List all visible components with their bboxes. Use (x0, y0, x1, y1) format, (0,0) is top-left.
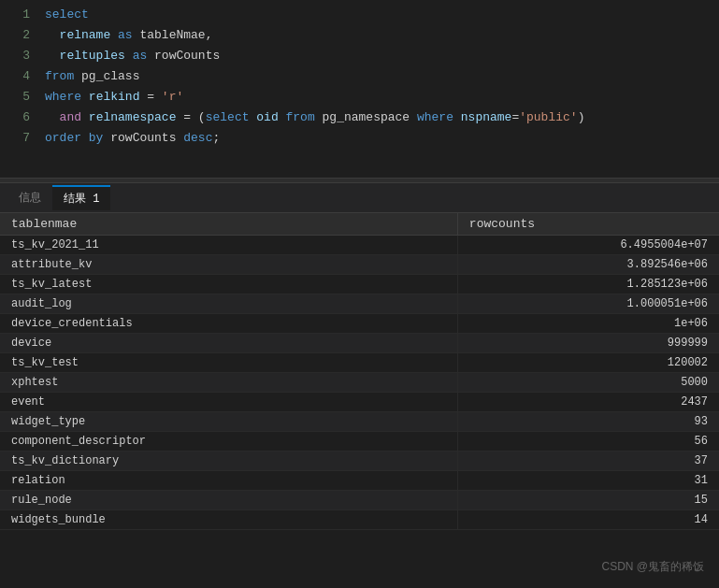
code-token: = ( (176, 110, 205, 124)
table-cell-name: ts_kv_latest (0, 275, 457, 294)
tabs-bar: 信息 结果 1 (0, 183, 719, 213)
table-cell-name: widget_type (0, 412, 457, 432)
code-token: 'r' (162, 90, 183, 104)
table-cell-count: 31 (457, 471, 719, 491)
code-token (147, 49, 154, 63)
code-token: select (206, 110, 250, 124)
table-cell-count: 14 (457, 510, 719, 530)
line-content: and relnamespace = (select oid from pg_n… (45, 110, 584, 124)
table-row[interactable]: device999999 (0, 334, 719, 353)
code-token: from (45, 69, 74, 83)
code-token (315, 110, 323, 124)
table-row[interactable]: ts_kv_latest1.285123e+06 (0, 275, 719, 294)
code-line: 6 and relnamespace = (select oid from pg… (0, 110, 719, 131)
table-cell-name: relation (0, 471, 457, 491)
col-header-rowcounts: rowcounts (457, 213, 719, 236)
line-number: 6 (7, 110, 30, 124)
code-token: relkind (89, 90, 140, 104)
line-number: 5 (7, 90, 30, 104)
code-token: tableNmae, (139, 28, 212, 42)
code-token (279, 110, 286, 124)
code-token (45, 49, 60, 63)
code-line: 2 relname as tableNmae, (0, 28, 719, 49)
table-cell-count: 2437 (457, 393, 719, 412)
table-cell-count: 6.4955004e+07 (457, 236, 719, 255)
line-content: where relkind = 'r' (45, 90, 183, 104)
table-cell-count: 1.000051e+06 (457, 294, 719, 314)
code-token: pg_namespace (323, 110, 417, 124)
table-row[interactable]: rule_node15 (0, 491, 719, 510)
code-token: ) (578, 110, 585, 124)
code-editor[interactable]: 1select2 relname as tableNmae,3 reltuple… (0, 0, 719, 178)
table-cell-name: widgets_bundle (0, 510, 457, 530)
table-cell-count: 37 (457, 452, 719, 471)
table-cell-count: 15 (457, 491, 719, 510)
code-token: nspname (461, 110, 512, 124)
code-token: rowCounts (154, 49, 220, 63)
table-cell-name: attribute_kv (0, 255, 457, 275)
table-cell-count: 999999 (457, 334, 719, 353)
table-cell-count: 3.892546e+06 (457, 255, 719, 275)
code-token (125, 49, 133, 63)
code-token: relname (60, 28, 111, 42)
code-token: 'public' (519, 110, 577, 124)
code-line: 1select (0, 7, 719, 28)
code-line: 4from pg_class (0, 69, 719, 90)
code-token: as (133, 49, 148, 63)
table-row[interactable]: ts_kv_dictionary37 (0, 452, 719, 471)
col-header-tablename: tablenmae (0, 213, 457, 236)
line-number: 4 (7, 69, 30, 83)
code-token: and (60, 110, 81, 124)
line-content: from pg_class (45, 69, 139, 83)
line-content: order by rowCounts desc; (45, 131, 220, 145)
table-cell-name: component_descriptor (0, 432, 457, 452)
line-content: relname as tableNmae, (45, 28, 212, 42)
code-token: where (417, 110, 453, 124)
code-line: 7order by rowCounts desc; (0, 131, 719, 151)
table-row[interactable]: xphtest5000 (0, 373, 719, 393)
line-number: 3 (7, 49, 30, 63)
code-token: reltuples (60, 49, 125, 63)
code-token: relnamespace (89, 110, 177, 124)
table-cell-name: ts_kv_2021_11 (0, 236, 457, 255)
table-cell-count: 5000 (457, 373, 719, 393)
code-token (74, 69, 81, 83)
table-cell-count: 93 (457, 412, 719, 432)
table-row[interactable]: component_descriptor56 (0, 432, 719, 452)
line-number: 1 (7, 7, 30, 22)
results-table: tablenmae rowcounts ts_kv_2021_116.49550… (0, 213, 719, 530)
table-row[interactable]: widgets_bundle14 (0, 510, 719, 530)
table-cell-name: audit_log (0, 294, 457, 314)
results-container: tablenmae rowcounts ts_kv_2021_116.49550… (0, 213, 719, 530)
line-content: select (45, 7, 89, 22)
table-cell-name: xphtest (0, 373, 457, 393)
table-row[interactable]: attribute_kv3.892546e+06 (0, 255, 719, 275)
editor-area: 1select2 relname as tableNmae,3 reltuple… (0, 0, 719, 178)
tab-info[interactable]: 信息 (7, 186, 52, 209)
table-row[interactable]: device_credentials1e+06 (0, 314, 719, 334)
table-row[interactable]: relation31 (0, 471, 719, 491)
table-row[interactable]: event2437 (0, 393, 719, 412)
line-number: 2 (7, 28, 30, 42)
table-cell-count: 56 (457, 432, 719, 452)
code-token: order by (45, 131, 103, 145)
table-row[interactable]: widget_type93 (0, 412, 719, 432)
code-token (81, 110, 89, 124)
code-token: rowCounts (103, 131, 183, 145)
code-token: where (45, 90, 81, 104)
table-row[interactable]: ts_kv_2021_116.4955004e+07 (0, 236, 719, 255)
tab-result[interactable]: 结果 1 (52, 185, 110, 210)
code-token: from (286, 110, 315, 124)
table-cell-name: device_credentials (0, 314, 457, 334)
code-token: pg_class (81, 69, 139, 83)
table-header-row: tablenmae rowcounts (0, 213, 719, 236)
table-row[interactable]: audit_log1.000051e+06 (0, 294, 719, 314)
code-line: 5where relkind = 'r' (0, 90, 719, 110)
code-token (45, 28, 60, 42)
table-cell-name: device (0, 334, 457, 353)
table-row[interactable]: ts_kv_test120002 (0, 353, 719, 373)
code-token (45, 110, 60, 124)
code-token: select (45, 7, 89, 22)
code-line: 3 reltuples as rowCounts (0, 49, 719, 69)
code-token (453, 110, 461, 124)
